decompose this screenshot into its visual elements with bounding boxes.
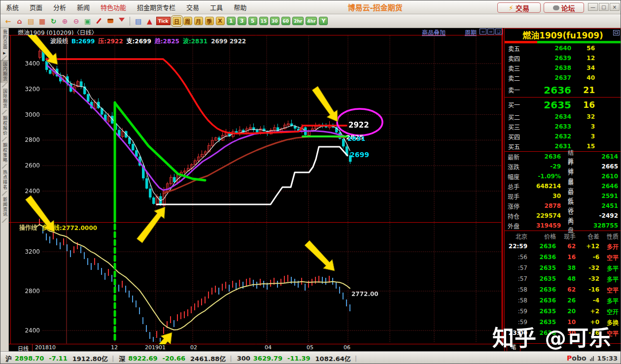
level-label: 买二 (505, 113, 524, 121)
sidebar-tab-option-strategy[interactable]: 期权策略 (0, 141, 9, 164)
tick-time: 22:59 (505, 243, 527, 250)
menu-item-7[interactable]: 工具 (205, 2, 228, 12)
tick-volume: 16 (556, 254, 576, 261)
split-window-icon[interactable]: ❏ (495, 29, 502, 34)
sidebar-tab-my-page[interactable]: 我的页面 (0, 28, 9, 51)
ask-row-3[interactable]: 卖三263834 (505, 63, 621, 73)
restore-button[interactable]: □ (599, 3, 609, 11)
minimize-button[interactable]: — (588, 3, 598, 11)
index-amount-0: 1912.80亿 (72, 354, 108, 363)
stat-label: 现手 (505, 192, 522, 200)
stat-value: 2591 (579, 193, 621, 199)
level-price: 2638 (524, 65, 571, 71)
sidebar-tab-intl-futures[interactable]: 国际期货 (0, 87, 9, 110)
period-button-15[interactable]: 15 (259, 17, 269, 25)
period-button-5[interactable]: 5 (248, 17, 257, 25)
sidebar-tab-divider (0, 83, 8, 87)
overlay-icon[interactable]: ▣ (82, 16, 93, 26)
stat-label: 最新 (505, 153, 522, 161)
forum-button[interactable]: 论坛 (544, 2, 584, 13)
period-button-X[interactable]: X (216, 17, 225, 25)
trade-button[interactable]: ⚡ 交易 (497, 2, 541, 13)
menu-item-4[interactable]: 特色功能 (95, 2, 132, 12)
ask-row-2[interactable]: 卖二263740 (505, 73, 621, 83)
period-button-3[interactable]: 3 (238, 17, 246, 25)
quote-stats: 最新2636结算2614涨跌-29昨结2665幅度-1.09%开盘2610总手6… (505, 152, 621, 231)
sidebar-tab-hot-ranking[interactable]: 热点排名 (0, 168, 9, 191)
x-axis-date-201901: 201901 (145, 344, 166, 351)
table-icon[interactable]: ▤ (133, 16, 143, 26)
period-button-季[interactable]: 季 (205, 17, 214, 25)
stat-value: 2878 (522, 202, 561, 209)
sidebar-tab-domestic-futures[interactable]: 国内期货 (0, 60, 9, 83)
period-button-1[interactable]: 1 (227, 17, 236, 25)
trend-icon[interactable]: ▲ (144, 16, 155, 26)
filter-icon[interactable] (116, 16, 127, 26)
zoom-out-icon[interactable]: ⊖ (71, 16, 81, 26)
prev-window-icon[interactable]: ⇦ (480, 29, 486, 34)
x-axis-dates-row: 日线 2018101220190102040506 (9, 344, 503, 351)
period-button-Y[interactable]: Y (319, 17, 328, 25)
refresh-icon[interactable]: ↻ (48, 16, 59, 26)
menu-item-6[interactable]: 交易 (181, 2, 205, 12)
level-label: 卖三 (505, 64, 524, 72)
sidebar-tab-option-quotes[interactable]: 期权报价 (0, 114, 9, 137)
tick-header-1: 价格 (527, 232, 556, 240)
ink-icon[interactable] (105, 16, 115, 26)
next-window-icon[interactable]: ⇨ (487, 29, 494, 34)
x-axis-date-02: 02 (190, 344, 197, 351)
tick-oi-change: -16 (576, 286, 599, 293)
sidebar-tab-news-info[interactable]: 新闻资讯 (0, 196, 9, 218)
tick-volume: 26 (556, 297, 576, 304)
menu-item-3[interactable]: 新闻 (71, 2, 95, 12)
level-price: 2639 (524, 55, 571, 62)
bid-row-2[interactable]: 买二263432 (505, 112, 621, 122)
level-label: 卖二 (505, 74, 524, 82)
tick-price: 2636 (527, 297, 556, 304)
menu-item-2[interactable]: 分析 (48, 2, 71, 12)
level-qty: 21 (571, 85, 595, 95)
index-change-1: -20.66 (163, 355, 186, 362)
bid-ask-strength-gauge (505, 41, 621, 43)
zoom-in-icon[interactable]: ⊕ (60, 16, 70, 26)
tick-oi-change: -6 (576, 254, 599, 261)
x-axis-date-12: 12 (111, 344, 118, 351)
bid-row-1[interactable]: 买一263516 (505, 98, 621, 112)
report-icon[interactable]: ▤ (26, 16, 36, 26)
period-button-月[interactable]: 月 (194, 17, 203, 25)
menu-item-0[interactable]: 系统 (0, 2, 24, 12)
period-button-30[interactable]: 30 (270, 17, 279, 25)
info-icon[interactable]: ▦ (37, 16, 47, 26)
popup-window-icon[interactable] (613, 30, 620, 35)
level-qty: 3 (571, 123, 595, 130)
tick-list-header: 北京价格现手仓差性质 (505, 231, 621, 241)
draw-pencil-icon[interactable] (94, 16, 104, 26)
period-button-2hr[interactable]: 2hr (292, 17, 304, 25)
home-icon[interactable]: ⌂ (14, 16, 25, 26)
period-button-日[interactable]: 日 (172, 17, 181, 25)
price-chart-canvas[interactable] (9, 35, 503, 344)
menu-item-5[interactable]: 招金期货专栏 (132, 2, 181, 12)
index-name-2: 300 (237, 355, 250, 362)
bid-row-4[interactable]: 买四26323 (505, 132, 621, 141)
menu-item-8[interactable]: 帮助 (228, 2, 252, 12)
period-button-周[interactable]: 周 (183, 17, 192, 25)
level-label: 买五 (505, 142, 524, 151)
close-button[interactable]: × (610, 3, 620, 11)
period-button-60[interactable]: 60 (281, 17, 291, 25)
ask-row-5[interactable]: 卖五264056 (505, 43, 621, 53)
level-qty: 16 (571, 100, 595, 110)
back-icon[interactable]: ← (3, 16, 13, 26)
bid-row-3[interactable]: 买三26333 (505, 122, 621, 132)
clock-time: 15:33 (597, 355, 618, 362)
ask-row-4[interactable]: 卖四263912 (505, 53, 621, 63)
period-button-4hr[interactable]: 4hr (306, 17, 317, 25)
tick-period-button[interactable]: Tick (156, 17, 171, 25)
ask-row-1[interactable]: 卖一263621 (505, 83, 621, 97)
level-qty: 40 (571, 74, 595, 81)
order-book: 卖五264056卖四263912卖三263834卖二263740卖一263621… (505, 43, 621, 152)
menu-item-1[interactable]: 页面 (24, 2, 48, 12)
level-label: 买三 (505, 123, 524, 131)
funnel-glyph (119, 18, 125, 25)
stat-label: 涨跌 (505, 163, 522, 171)
